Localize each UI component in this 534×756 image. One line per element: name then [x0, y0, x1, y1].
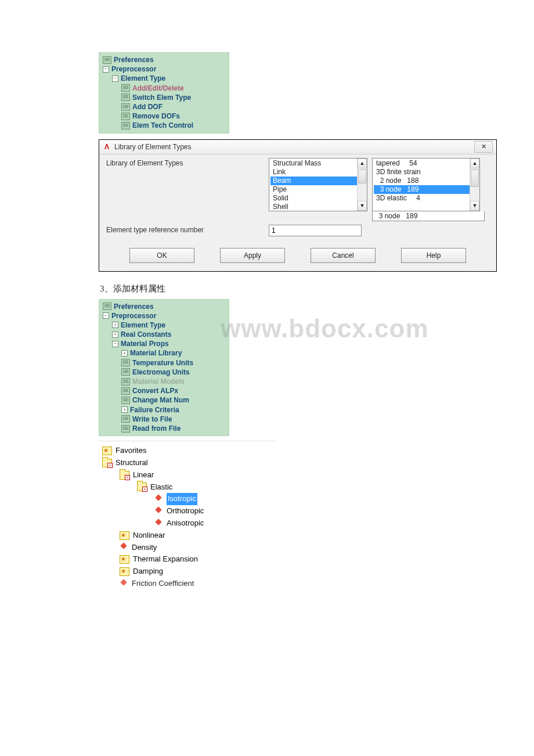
tree-item-add-edit-delete[interactable]: Add/Edit/Delete	[99, 84, 229, 93]
collapse-icon[interactable]: −	[103, 66, 109, 73]
scrollbar[interactable]: ▲ ▼	[470, 159, 479, 211]
scroll-down-icon[interactable]: ▼	[358, 201, 367, 211]
list-item[interactable]: tapered 54	[374, 159, 478, 168]
leaf-icon	[121, 387, 130, 395]
list-item[interactable]: 3D elastic 4	[374, 194, 478, 203]
folder-icon	[120, 567, 129, 576]
mat-label: Thermal Expansion	[133, 553, 198, 566]
mat-label: Anisotropic	[167, 517, 204, 530]
list-item[interactable]: Link	[270, 168, 366, 177]
element-listbox[interactable]: tapered 54 3D finite strain 2 node 188 3…	[372, 158, 480, 211]
leaf-icon	[121, 103, 130, 111]
scroll-thumb[interactable]	[358, 170, 366, 183]
help-button[interactable]: Help	[401, 248, 466, 263]
mat-elastic[interactable]: + Elastic	[99, 481, 275, 494]
tree-preferences-label: Preferences	[114, 55, 154, 64]
mat-favorites[interactable]: Favorites	[99, 445, 275, 457]
selected-element-display: 3 node 189	[372, 211, 485, 221]
tree-item[interactable]: Read from File	[99, 424, 229, 433]
tree-realconst-label: Real Constants	[121, 330, 171, 339]
mat-linear[interactable]: + Linear	[99, 469, 275, 481]
list-item[interactable]: 3D finite strain	[374, 168, 478, 177]
mat-thermal[interactable]: Thermal Expansion	[99, 553, 275, 566]
mat-structural[interactable]: + Structural	[99, 457, 275, 469]
list-item[interactable]: Solid	[270, 194, 366, 203]
category-listbox[interactable]: Structural Mass Link Beam Pipe Solid She…	[269, 158, 367, 211]
scroll-up-icon[interactable]: ▲	[358, 159, 367, 168]
collapse-icon[interactable]: −	[103, 312, 109, 319]
tree-preprocessor-label: Preprocessor	[111, 64, 156, 74]
mat-friction[interactable]: Friction Coefficient	[99, 578, 275, 590]
tree-item-label: Change Mat Num	[132, 395, 189, 405]
collapse-icon[interactable]: −	[112, 341, 118, 347]
mat-label: Orthotropic	[167, 505, 204, 517]
expand-icon[interactable]: +	[121, 406, 128, 413]
scroll-up-icon[interactable]: ▲	[470, 159, 479, 168]
tree-item-label: Electromag Units	[132, 368, 190, 377]
tree-preprocessor-row[interactable]: − Preprocessor	[99, 64, 229, 74]
mat-anisotropic[interactable]: Anisotropic	[99, 517, 275, 530]
mat-isotropic[interactable]: Isotropic	[99, 493, 275, 505]
diamond-icon	[154, 495, 163, 503]
list-item[interactable]: Pipe	[270, 185, 366, 194]
tree-item[interactable]: + Failure Criteria	[99, 405, 229, 415]
list-item[interactable]: 3 node 189	[374, 185, 478, 194]
tree-item-label: Add DOF	[132, 102, 163, 111]
tree-item-material-models[interactable]: Material Models	[99, 377, 229, 386]
expand-icon[interactable]: +	[121, 350, 128, 357]
leaf-icon	[121, 397, 130, 404]
tree-realconst-row[interactable]: + Real Constants	[99, 330, 229, 339]
ok-button[interactable]: OK	[129, 248, 194, 263]
folder-icon: +	[137, 483, 147, 491]
tree-item[interactable]: Electromag Units	[99, 368, 229, 377]
tree-item-label: Write to File	[132, 415, 172, 424]
tree-matprops-row[interactable]: − Material Props	[99, 339, 229, 348]
mat-orthotropic[interactable]: Orthotropic	[99, 505, 275, 517]
mat-density[interactable]: Density	[99, 542, 275, 554]
list-item[interactable]: 2 node 188	[374, 177, 478, 185]
leaf-icon	[121, 122, 130, 129]
tree-elemtype-row[interactable]: + Element Type	[99, 321, 229, 330]
mat-label: Elastic	[150, 481, 172, 494]
mat-damping[interactable]: Damping	[99, 566, 275, 578]
leaf-icon	[121, 93, 130, 101]
tree-item-remove-dofs[interactable]: Remove DOFs	[99, 111, 229, 121]
watermark-text: www.bdocx.com	[221, 314, 429, 343]
diamond-icon	[120, 543, 128, 551]
tree-item[interactable]: Convert ALPx	[99, 386, 229, 395]
list-item[interactable]: Shell	[270, 203, 366, 211]
tree-preferences-row[interactable]: Preferences	[99, 302, 229, 311]
list-item[interactable]: Structural Mass	[270, 159, 366, 168]
tree-item-switch[interactable]: Switch Elem Type	[99, 93, 229, 102]
list-item[interactable]: Beam	[270, 177, 366, 185]
folder-icon: +	[102, 459, 112, 467]
tree-item-elem-tech[interactable]: Elem Tech Control	[99, 121, 229, 130]
cancel-button[interactable]: Cancel	[311, 248, 376, 263]
material-model-tree: Favorites + Structural + Linear + Elasti…	[99, 441, 275, 591]
tree-preprocessor-row[interactable]: − Preprocessor	[99, 311, 229, 321]
leaf-icon	[121, 425, 130, 433]
favorites-icon	[102, 447, 112, 455]
mat-label: Favorites	[116, 445, 146, 457]
diamond-icon	[154, 520, 163, 527]
tree-item-label: Elem Tech Control	[132, 121, 193, 130]
tree-item[interactable]: + Material Library	[99, 348, 229, 358]
tree-preferences-row[interactable]: Preferences	[99, 55, 229, 64]
tree-item[interactable]: Temperature Units	[99, 358, 229, 368]
scrollbar[interactable]: ▲ ▼	[357, 159, 367, 211]
tree-item[interactable]: Write to File	[99, 415, 229, 424]
scroll-thumb[interactable]	[471, 170, 479, 187]
mat-nonlinear[interactable]: Nonlinear	[99, 530, 275, 542]
expand-icon[interactable]: +	[112, 322, 118, 328]
mat-label: Damping	[133, 566, 163, 578]
collapse-icon[interactable]: −	[112, 75, 118, 82]
mat-label: Density	[132, 542, 157, 554]
scroll-down-icon[interactable]: ▼	[470, 201, 479, 211]
close-button[interactable]: ✕	[474, 141, 493, 153]
expand-icon[interactable]: +	[112, 332, 118, 338]
tree-elemtype-row[interactable]: − Element Type	[99, 74, 229, 83]
tree-item[interactable]: Change Mat Num	[99, 395, 229, 405]
ref-number-input[interactable]	[269, 225, 362, 236]
apply-button[interactable]: Apply	[220, 248, 285, 263]
tree-item-add-dof[interactable]: Add DOF	[99, 102, 229, 111]
